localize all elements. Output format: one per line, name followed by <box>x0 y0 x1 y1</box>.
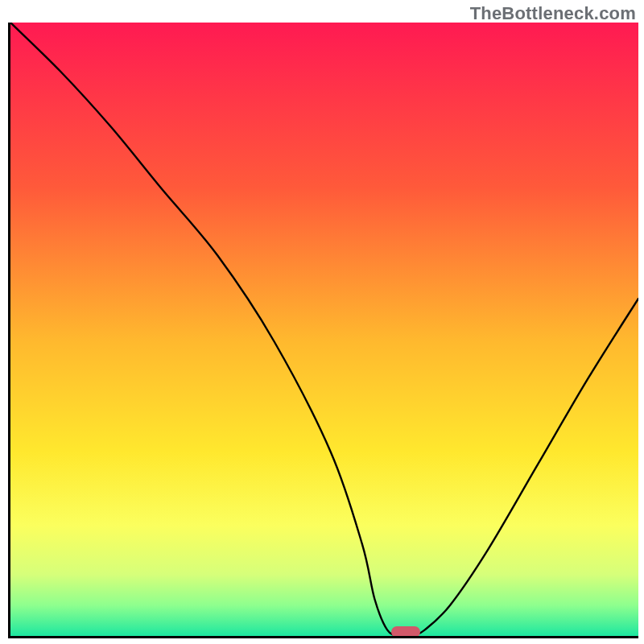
chart-frame: TheBottleneck.com <box>0 0 644 644</box>
watermark-text: TheBottleneck.com <box>470 3 636 24</box>
plot-area <box>8 23 638 638</box>
bottleneck-curve <box>10 23 638 636</box>
optimal-marker <box>391 626 420 638</box>
